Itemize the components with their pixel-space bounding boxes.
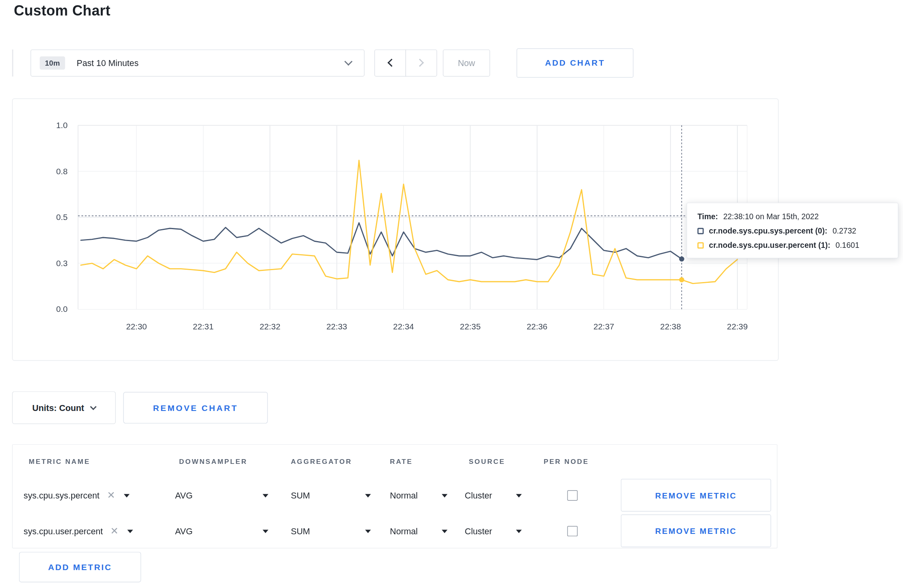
add-metric-button[interactable]: ADD METRIC — [19, 552, 141, 582]
metric-name-select[interactable]: sys.cpu.sys.percent ✕ — [23, 491, 129, 500]
dropdown-caret-icon — [127, 530, 133, 533]
now-button[interactable]: Now — [443, 49, 490, 76]
chart-controls: Units: Count REMOVE CHART — [12, 391, 268, 424]
dropdown-caret-icon — [263, 494, 268, 497]
x-tick-label: 22:33 — [326, 322, 347, 331]
dropdown-caret-icon — [442, 494, 447, 497]
tooltip-time-row: Time: 22:38:10 on Mar 15th, 2022 — [698, 212, 887, 221]
tooltip-series-name: cr.node.sys.cpu.user.percent (1): — [709, 241, 831, 250]
downsampler-select[interactable]: AVG — [175, 491, 268, 500]
toolbar: 10m Past 10 Minutes Now ADD CHART — [12, 48, 633, 78]
metrics-table: METRIC NAME DOWNSAMPLER AGGREGATOR RATE … — [12, 444, 777, 549]
tooltip-series-row: cr.node.sys.cpu.sys.percent (0): 0.2732 — [698, 227, 887, 236]
chart-tooltip: Time: 22:38:10 on Mar 15th, 2022 cr.node… — [686, 202, 898, 258]
table-row: sys.cpu.sys.percent ✕ AVG SUM Normal Clu… — [13, 478, 777, 514]
remove-metric-button[interactable]: REMOVE METRIC — [621, 479, 771, 511]
rate-value: Normal — [390, 526, 418, 536]
y-tick-label: 0.5 — [56, 212, 68, 222]
timeseries-chart[interactable]: 0.00.30.50.81.022:3022:3122:3222:3322:34… — [13, 99, 778, 360]
x-tick-label: 22:30 — [126, 322, 147, 331]
per-node-checkbox[interactable] — [567, 490, 578, 500]
dropdown-caret-icon — [365, 530, 371, 533]
dropdown-caret-icon — [516, 494, 522, 497]
time-range-dropdown[interactable]: 10m Past 10 Minutes — [31, 49, 365, 76]
next-range-button[interactable] — [405, 49, 437, 76]
source-value: Cluster — [465, 491, 492, 500]
metric-name-select[interactable]: sys.cpu.user.percent ✕ — [23, 526, 133, 536]
downsampler-select[interactable]: AVG — [175, 526, 268, 536]
crosshair-dot — [679, 277, 684, 282]
rate-select[interactable]: Normal — [390, 526, 448, 536]
crosshair-dot — [679, 257, 684, 262]
aggregator-select[interactable]: SUM — [291, 526, 371, 536]
time-range-badge: 10m — [40, 56, 65, 69]
remove-chart-button[interactable]: REMOVE CHART — [123, 392, 268, 424]
rate-select[interactable]: Normal — [390, 491, 448, 500]
x-tick-label: 22:36 — [527, 322, 547, 331]
dropdown-caret-icon — [516, 530, 522, 533]
prev-range-button[interactable] — [374, 49, 406, 76]
header-aggregator: AGGREGATOR — [291, 457, 352, 465]
downsampler-value: AVG — [175, 491, 193, 500]
table-row: sys.cpu.user.percent ✕ AVG SUM Normal Cl… — [13, 513, 777, 549]
tooltip-series-name: cr.node.sys.cpu.sys.percent (0): — [709, 227, 827, 236]
y-tick-label: 0.0 — [56, 304, 68, 313]
header-source: SOURCE — [469, 457, 505, 465]
tooltip-series-value: 0.1601 — [836, 241, 860, 250]
tooltip-time-label: Time: — [698, 212, 718, 221]
toolbar-divider — [12, 49, 13, 76]
tooltip-time-value: 22:38:10 on Mar 15th, 2022 — [723, 212, 819, 221]
tooltip-series-row: cr.node.sys.cpu.user.percent (1): 0.1601 — [698, 241, 887, 250]
x-tick-label: 22:38 — [660, 322, 681, 331]
dropdown-caret-icon — [365, 494, 371, 497]
time-nav-group — [374, 49, 437, 76]
clear-metric-icon[interactable]: ✕ — [110, 526, 119, 536]
chart-panel: 0.00.30.50.81.022:3022:3122:3222:3322:34… — [12, 98, 778, 361]
remove-metric-button[interactable]: REMOVE METRIC — [621, 514, 771, 547]
header-rate: RATE — [390, 457, 413, 465]
series-swatch-sys — [698, 228, 704, 234]
aggregator-value: SUM — [291, 526, 310, 536]
x-tick-label: 22:39 — [727, 322, 748, 331]
chevron-right-icon — [416, 58, 424, 66]
metric-name-label: sys.cpu.user.percent — [23, 526, 103, 536]
y-tick-label: 1.0 — [56, 121, 68, 130]
clear-metric-icon[interactable]: ✕ — [107, 491, 115, 500]
dropdown-caret-icon — [263, 530, 268, 533]
series-line — [81, 223, 682, 259]
header-downsampler: DOWNSAMPLER — [179, 457, 248, 465]
rate-value: Normal — [390, 491, 418, 500]
page-title: Custom Chart — [14, 2, 111, 19]
downsampler-value: AVG — [175, 526, 193, 536]
y-tick-label: 0.8 — [56, 167, 68, 176]
units-dropdown[interactable]: Units: Count — [12, 391, 115, 424]
x-tick-label: 22:37 — [593, 322, 614, 331]
header-per-node: PER NODE — [543, 457, 589, 465]
aggregator-select[interactable]: SUM — [291, 491, 371, 500]
chevron-left-icon — [387, 58, 395, 66]
header-metric-name: METRIC NAME — [29, 457, 90, 465]
y-tick-label: 0.3 — [56, 259, 68, 268]
units-label: Units: Count — [32, 403, 84, 413]
dropdown-caret-icon — [442, 530, 447, 533]
aggregator-value: SUM — [291, 491, 310, 500]
dropdown-caret-icon — [124, 494, 129, 497]
add-chart-button[interactable]: ADD CHART — [516, 48, 633, 78]
x-tick-label: 22:35 — [460, 322, 481, 331]
page: Custom Chart 10m Past 10 Minutes Now ADD… — [0, 0, 903, 588]
chevron-down-icon — [344, 58, 352, 66]
chevron-down-icon — [90, 403, 96, 410]
time-range-label: Past 10 Minutes — [76, 58, 139, 68]
metrics-table-header: METRIC NAME DOWNSAMPLER AGGREGATOR RATE … — [13, 445, 777, 477]
series-line — [81, 160, 737, 284]
x-tick-label: 22:31 — [193, 322, 213, 331]
source-select[interactable]: Cluster — [465, 526, 522, 536]
source-select[interactable]: Cluster — [465, 491, 522, 500]
tooltip-series-value: 0.2732 — [833, 227, 856, 236]
source-value: Cluster — [465, 526, 492, 536]
x-tick-label: 22:34 — [393, 322, 414, 331]
metric-name-label: sys.cpu.sys.percent — [23, 491, 100, 500]
x-tick-label: 22:32 — [260, 322, 280, 331]
series-swatch-user — [698, 242, 704, 249]
per-node-checkbox[interactable] — [567, 526, 578, 536]
